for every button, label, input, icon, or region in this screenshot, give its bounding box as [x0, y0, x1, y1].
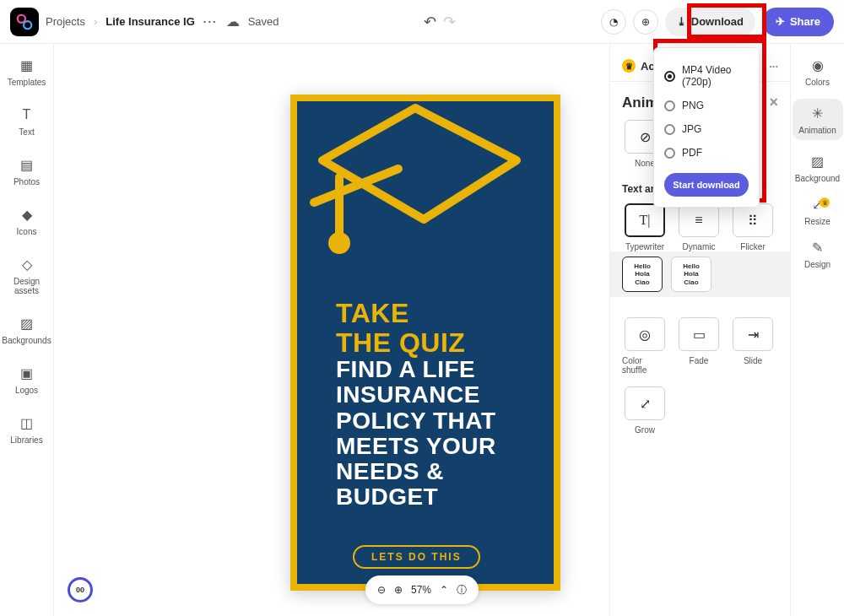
nav-icon: ▨ — [809, 152, 827, 170]
nav-icon: ▤ — [18, 155, 36, 174]
close-icon[interactable]: × — [769, 94, 778, 111]
svg-point-1 — [24, 21, 31, 29]
leftnav-backgrounds[interactable]: ▨Backgrounds — [2, 314, 52, 345]
cloud-saved-icon: ☁ — [226, 14, 240, 30]
share-button[interactable]: ✈ Share — [762, 8, 834, 36]
nav-icon: ✳ — [809, 104, 827, 122]
paper-plane-icon: ✈ — [776, 15, 785, 28]
help-icon[interactable]: ◔ — [601, 9, 626, 35]
download-popup: MP4 Video (720p)PNGJPGPDFStart download — [653, 47, 760, 208]
duration-badge[interactable]: 00 — [68, 577, 93, 602]
undo-icon[interactable]: ↶ — [424, 13, 436, 31]
nav-icon: ◆ — [18, 205, 36, 224]
redo-icon[interactable]: ↷ — [443, 13, 456, 31]
anim-color-shuffle[interactable]: ◎Color shuffle — [622, 317, 668, 375]
info-icon[interactable]: ⓘ — [457, 583, 467, 597]
nav-icon: ◫ — [18, 413, 36, 432]
breadcrumb: Projects › Life Insurance IG ··· ☁ Saved — [46, 14, 279, 30]
anim-typewriter[interactable]: T|Typewriter — [622, 203, 668, 251]
nav-icon: ▦ — [18, 56, 36, 74]
anim-language-row[interactable]: HelloHolaCiao HelloHolaCiao — [610, 251, 790, 297]
save-status: Saved — [248, 15, 279, 28]
download-option-png[interactable]: PNG — [664, 94, 749, 117]
anim-dynamic[interactable]: ≡Dynamic — [676, 203, 722, 251]
breadcrumb-root[interactable]: Projects — [46, 15, 85, 28]
svg-point-0 — [18, 14, 25, 22]
rightnav-colors[interactable]: ◉Colors — [793, 56, 843, 87]
body-text: FIND A LIFE INSURANCE POLICY THAT MEETS … — [336, 357, 496, 510]
crown-icon: ♛ — [622, 59, 636, 73]
leftnav-templates[interactable]: ▦Templates — [2, 56, 52, 87]
anim-fade[interactable]: ▭Fade — [676, 317, 722, 375]
leftnav-icons[interactable]: ◆Icons — [2, 205, 52, 236]
start-download-button[interactable]: Start download — [664, 173, 749, 197]
cta-button[interactable]: LETS DO THIS — [353, 545, 480, 569]
nav-icon: ▨ — [18, 314, 36, 332]
download-label: Download — [691, 15, 744, 28]
nav-icon: ✎ — [809, 238, 827, 257]
anim-slide[interactable]: ⇥Slide — [730, 317, 776, 375]
top-bar: Projects › Life Insurance IG ··· ☁ Saved… — [0, 0, 844, 44]
headline-2: THE QUIZ — [336, 328, 496, 358]
anim-flicker[interactable]: ⠿Flicker — [730, 203, 776, 251]
download-option-pdf[interactable]: PDF — [664, 141, 749, 165]
radio-icon — [664, 71, 675, 82]
rightnav-animation[interactable]: ✳Animation — [793, 99, 843, 140]
graduation-cap-icon — [306, 95, 525, 262]
radio-icon — [664, 124, 675, 135]
rightnav-design[interactable]: ✎Design — [793, 238, 843, 269]
share-label: Share — [790, 15, 820, 28]
leftnav-photos[interactable]: ▤Photos — [2, 155, 52, 186]
app-logo[interactable] — [10, 8, 39, 36]
download-icon: ⤓ — [677, 15, 686, 28]
svg-point-2 — [333, 236, 346, 250]
leftnav-logos[interactable]: ▣Logos — [2, 364, 52, 395]
radio-icon — [664, 100, 675, 111]
left-sidebar: ▦TemplatesTText▤Photos◆Icons◇Design asse… — [0, 44, 54, 616]
leftnav-libraries[interactable]: ◫Libraries — [2, 413, 52, 445]
leftnav-design-assets[interactable]: ◇Design assets — [2, 255, 52, 295]
zoom-out-icon[interactable]: ⊖ — [377, 584, 386, 596]
nav-icon: T — [18, 105, 36, 124]
nav-icon: ⤢♛ — [809, 195, 827, 213]
download-button[interactable]: ⤓ Download — [665, 8, 755, 36]
nav-icon: ◉ — [809, 56, 827, 74]
panel-more-icon[interactable]: ··· — [769, 60, 778, 73]
headline-1: TAKE — [336, 299, 496, 328]
zoom-percent[interactable]: 57% — [411, 584, 431, 596]
right-sidebar: ◉Colors✳Animation▨Background⤢♛Resize✎Des… — [790, 44, 844, 616]
chevron-right-icon: › — [94, 15, 97, 28]
breadcrumb-file[interactable]: Life Insurance IG — [106, 15, 194, 28]
design-artboard[interactable]: TAKE THE QUIZ FIND A LIFE INSURANCE POLI… — [290, 95, 560, 591]
anim-grow[interactable]: ⤢Grow — [622, 386, 668, 435]
rightnav-resize[interactable]: ⤢♛Resize — [793, 195, 843, 226]
download-option-mp4[interactable]: MP4 Video (720p) — [664, 58, 749, 94]
zoom-bar: ⊖ ⊕ 57% ⌃ ⓘ — [365, 575, 479, 604]
artboard-text: TAKE THE QUIZ FIND A LIFE INSURANCE POLI… — [336, 299, 496, 511]
nav-icon: ▣ — [18, 364, 36, 382]
more-menu[interactable]: ··· — [203, 15, 218, 28]
nav-icon: ◇ — [18, 255, 36, 273]
leftnav-text[interactable]: TText — [2, 105, 52, 137]
zoom-in-icon[interactable]: ⊕ — [394, 584, 403, 596]
rightnav-background[interactable]: ▨Background — [793, 152, 843, 183]
radio-icon — [664, 148, 675, 159]
zoom-icon[interactable]: ⊕ — [633, 9, 658, 35]
chevron-up-icon[interactable]: ⌃ — [440, 584, 448, 596]
download-option-jpg[interactable]: JPG — [664, 117, 749, 141]
